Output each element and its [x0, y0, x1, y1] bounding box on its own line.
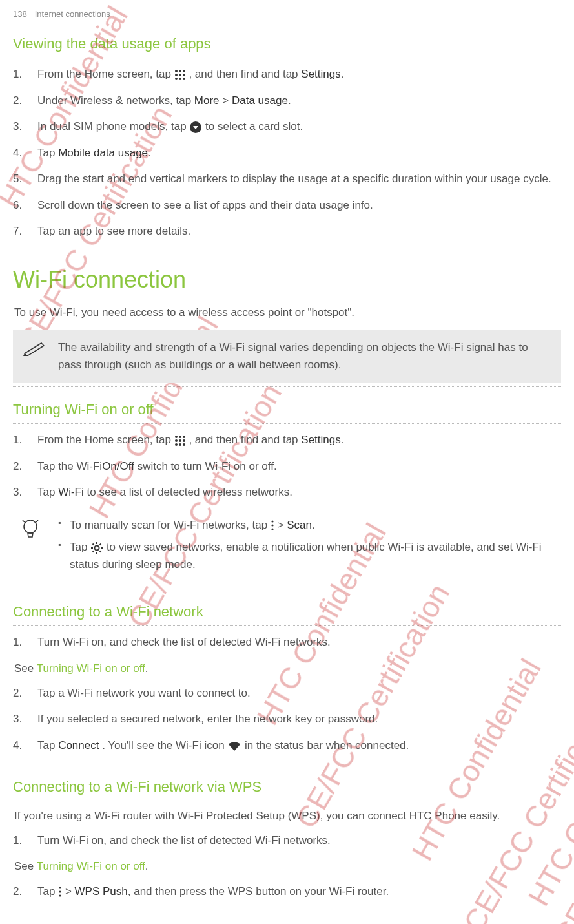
step: 3. Tap Wi-Fi to see a list of detected w…: [31, 484, 561, 501]
tip-item: Tap to view saved networks, enable a not…: [58, 539, 551, 573]
step-text: .: [148, 147, 151, 159]
page-number: 138: [13, 8, 27, 21]
svg-line-32: [100, 544, 101, 545]
svg-point-15: [183, 439, 185, 442]
svg-point-2: [183, 70, 185, 72]
tip-text: To manually scan for Wi-Fi networks, tap: [70, 519, 271, 531]
svg-point-19: [24, 520, 37, 533]
svg-point-23: [271, 525, 273, 527]
gear-icon: [90, 540, 103, 556]
note-callout: The availability and strength of a Wi-Fi…: [13, 330, 561, 383]
step-number: 2.: [13, 883, 30, 900]
step-bold: Settings: [301, 434, 340, 446]
tip-text: to view saved networks, enable a notific…: [70, 541, 542, 571]
wifi-icon: [227, 737, 241, 754]
step: 1. From the Home screen, tap , and then …: [31, 432, 561, 449]
header-section-label: Internet connections: [35, 8, 110, 21]
wps-step2: 2. Tap > WPS Push, and then press the WP…: [13, 883, 561, 901]
page-header: 138 Internet connections: [13, 0, 561, 23]
tip-text: >: [278, 519, 287, 531]
section-title-turning-wifi: Turning Wi-Fi on or off: [13, 399, 561, 421]
svg-point-14: [179, 439, 181, 442]
svg-line-21: [36, 520, 38, 522]
step-number: 2.: [13, 685, 30, 702]
step-text: Tap the Wi-Fi: [37, 460, 102, 472]
dropdown-circle-icon: [189, 119, 202, 136]
step-number: 6.: [13, 197, 30, 214]
step-text: Tap: [37, 885, 58, 898]
svg-line-33: [93, 551, 94, 552]
viewing-steps: 1. From the Home screen, tap , and then …: [13, 66, 561, 240]
step-number: 4.: [13, 145, 30, 162]
section-title-connecting-wps: Connecting to a Wi-Fi network via WPS: [13, 776, 561, 798]
step: 6. Scroll down the screen to see a list …: [31, 197, 561, 214]
step: 7. Tap an app to see more details.: [31, 223, 561, 240]
step-bold: Mobile data usage: [58, 147, 148, 159]
wps-intro-text: If you're using a Wi-Fi router with Wi-F…: [13, 808, 561, 824]
svg-line-20: [23, 520, 25, 522]
step-bold: Connect: [58, 739, 99, 751]
step-text: .: [341, 68, 344, 80]
divider: [13, 423, 561, 424]
step-bold: Settings: [301, 68, 340, 80]
svg-point-8: [183, 78, 185, 80]
connecting-step1: 1. Turn Wi-Fi on, and check the list of …: [13, 634, 561, 651]
step: 5. Drag the start and end vertical marke…: [31, 171, 561, 187]
svg-point-5: [183, 74, 185, 76]
step: 2. Tap the Wi-FiOn/Off switch to turn Wi…: [31, 458, 561, 475]
svg-point-7: [179, 78, 181, 80]
svg-point-34: [59, 887, 61, 889]
divider: [13, 801, 561, 801]
step-text: If you selected a secured network, enter…: [37, 713, 378, 725]
step-text: Under Wireless & networks, tap: [37, 94, 194, 107]
step-text: to see a list of detected wireless netwo…: [87, 486, 292, 498]
apps-grid-icon: [174, 432, 186, 449]
step: 4. Tap Connect . You'll see the Wi-Fi ic…: [31, 737, 561, 755]
lightbulb-icon: [21, 518, 40, 540]
tip-text: .: [312, 519, 315, 531]
step-number: 1.: [13, 432, 30, 448]
see-prefix: See: [14, 860, 37, 872]
step-text: Scroll down the screen to see a list of …: [37, 199, 373, 211]
svg-point-1: [179, 70, 181, 72]
step-text: Tap a Wi-Fi network you want to connect …: [37, 687, 251, 699]
step: 2. Tap > WPS Push, and then press the WP…: [31, 883, 561, 901]
tips-callout: To manually scan for Wi-Fi networks, tap…: [13, 510, 561, 585]
step-text: Tap an app to see more details.: [37, 225, 190, 237]
see-link[interactable]: Turning Wi-Fi on or off: [37, 860, 145, 872]
step-text: >: [65, 885, 75, 898]
see-link[interactable]: Turning Wi-Fi on or off: [37, 662, 145, 675]
svg-point-16: [175, 443, 178, 446]
step-bold: Data usage: [232, 94, 288, 107]
step-text: From the Home screen, tap: [37, 434, 174, 446]
step-text: Turn Wi-Fi on, and check the list of det…: [37, 834, 331, 846]
step-text: , and then find and tap: [189, 68, 301, 80]
wifi-intro-text: To use Wi-Fi, you need access to a wirel…: [13, 304, 561, 321]
tip-bold: Scan: [287, 519, 312, 531]
svg-line-31: [100, 551, 101, 552]
see-reference: See Turning Wi-Fi on or off.: [14, 660, 561, 677]
svg-point-24: [271, 529, 273, 530]
connecting-steps-rest: 2. Tap a Wi-Fi network you want to conne…: [13, 685, 561, 754]
step-number: 1.: [13, 832, 30, 849]
svg-point-3: [175, 74, 178, 76]
step: 1. Turn Wi-Fi on, and check the list of …: [31, 832, 561, 849]
see-prefix: See: [14, 662, 37, 675]
section-title-connecting-wifi: Connecting to a Wi-Fi network: [13, 601, 561, 623]
step-text: , and then find and tap: [189, 434, 301, 446]
step: 3. In dual SIM phone models, tap to sele…: [31, 118, 561, 136]
step-text: in the status bar when connected.: [245, 739, 409, 751]
svg-point-11: [179, 436, 181, 438]
divider: [13, 26, 561, 26]
step-text: Tap: [37, 739, 58, 751]
step-number: 3.: [13, 711, 30, 728]
see-reference: See Turning Wi-Fi on or off.: [14, 858, 561, 875]
divider: [13, 58, 561, 58]
callout-text: The availability and strength of a Wi-Fi…: [58, 341, 528, 370]
step-bold: Wi-Fi: [58, 486, 84, 498]
tip-text: Tap: [70, 541, 90, 553]
step-text: Turn Wi-Fi on, and check the list of det…: [37, 636, 331, 648]
svg-point-35: [59, 891, 61, 893]
see-suffix: .: [145, 860, 149, 872]
divider: [13, 589, 561, 589]
